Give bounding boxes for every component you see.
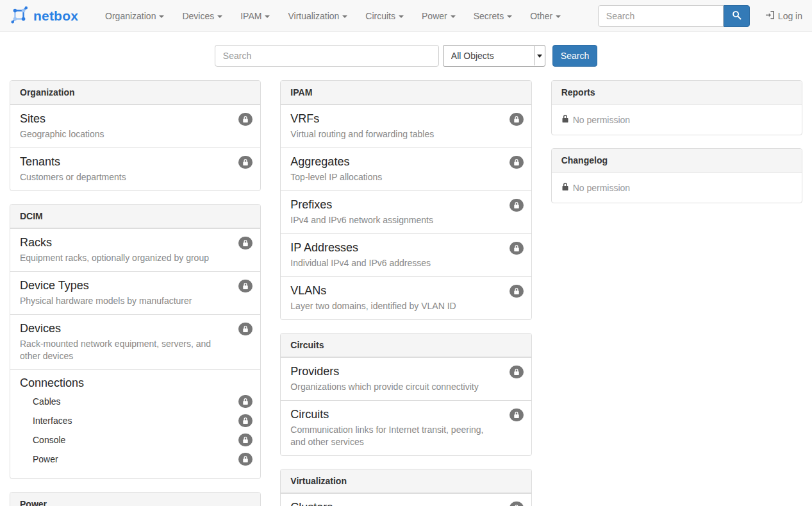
lock-icon (238, 414, 253, 427)
menu-devices[interactable]: Devices (173, 0, 231, 32)
list-item-vlans: VLANs Layer two domains, identified by V… (281, 276, 531, 319)
navbar-search-form (598, 5, 750, 27)
connection-row-interfaces: Interfaces (33, 411, 251, 430)
chevron-down-icon (556, 15, 561, 18)
menu-secrets[interactable]: Secrets (465, 0, 521, 32)
power-connections-link[interactable]: Power (33, 454, 58, 464)
navbar-search-input[interactable] (598, 5, 724, 27)
navbar-search-button[interactable] (724, 5, 750, 27)
item-description: Top-level IP allocations (290, 171, 521, 183)
console-link[interactable]: Console (33, 435, 65, 445)
search-button[interactable]: Search (552, 45, 597, 67)
chevron-down-icon (342, 15, 347, 18)
menu-other[interactable]: Other (521, 0, 570, 32)
lock-icon (238, 395, 253, 408)
tenants-link[interactable]: Tenants (20, 155, 60, 169)
list-item-prefixes: Prefixes IPv4 and IPv6 network assignmen… (281, 190, 531, 233)
connection-row-console: Console (33, 430, 251, 450)
device-types-link[interactable]: Device Types (20, 278, 89, 292)
panel-title: Changelog (552, 149, 802, 173)
item-description: Virtual routing and forwarding tables (290, 128, 521, 140)
panel-title: Virtualization (281, 469, 531, 493)
menu-power[interactable]: Power (413, 0, 465, 32)
providers-link[interactable]: Providers (290, 364, 339, 378)
no-permission-text: No permission (573, 115, 630, 125)
chevron-down-icon (159, 15, 164, 18)
lock-icon (561, 114, 569, 125)
devices-link[interactable]: Devices (20, 321, 61, 335)
main-menu: Organization Devices IPAM Virtualization… (96, 0, 570, 32)
sites-link[interactable]: Sites (20, 112, 46, 126)
search-input[interactable] (215, 45, 439, 67)
lock-icon (510, 113, 524, 126)
panel-title: Circuits (281, 333, 531, 357)
lock-icon (238, 156, 253, 169)
interfaces-link[interactable]: Interfaces (33, 416, 72, 426)
panel-changelog: Changelog No permission (551, 148, 802, 203)
item-description: IPv4 and IPv6 network assignments (290, 214, 521, 226)
lock-icon (238, 453, 253, 466)
menu-ipam[interactable]: IPAM (231, 0, 279, 32)
chevron-down-icon (217, 15, 222, 18)
no-permission-text: No permission (573, 183, 630, 193)
list-item-devices: Devices Rack-mounted network equipment, … (10, 314, 260, 369)
list-item-clusters: Clusters (281, 493, 531, 506)
prefixes-link[interactable]: Prefixes (290, 198, 332, 212)
list-item-aggregates: Aggregates Top-level IP allocations (281, 148, 531, 190)
lock-icon (238, 280, 253, 292)
cables-link[interactable]: Cables (33, 396, 61, 407)
panel-dcim: DCIM Racks Equipment racks, optionally o… (10, 204, 261, 479)
list-item-sites: Sites Geographic locations (10, 105, 260, 148)
chevron-down-icon (451, 15, 456, 18)
item-description: Individual IPv4 and IPv6 addresses (290, 257, 521, 269)
list-item-providers: Providers Organizations which provide ci… (281, 357, 531, 400)
netbox-brand[interactable]: netbox (10, 5, 85, 26)
list-item-connections: Connections Cables Interfaces Console (10, 369, 260, 478)
menu-organization[interactable]: Organization (96, 0, 173, 32)
racks-link[interactable]: Racks (20, 235, 52, 249)
list-item-circuits: Circuits Communication links for Interne… (281, 400, 531, 455)
connection-row-cables: Cables (33, 392, 251, 411)
lock-icon (510, 242, 524, 255)
chevron-down-icon (265, 15, 270, 18)
menu-virtualization[interactable]: Virtualization (279, 0, 356, 32)
clusters-link[interactable]: Clusters (290, 500, 333, 506)
panel-title: DCIM (10, 205, 260, 228)
panel-title: Power (10, 493, 260, 506)
panel-organization: Organization Sites Geographic locations … (10, 80, 261, 191)
object-type-select[interactable]: All Objects (443, 46, 545, 66)
lock-icon (510, 285, 524, 298)
list-item-device-types: Device Types Physical hardware models by… (10, 271, 260, 314)
global-search-bar: All Objects Search (0, 45, 812, 67)
login-link[interactable]: Log in (765, 1, 802, 31)
item-description: Physical hardware models by manufacturer (20, 295, 251, 307)
vlans-link[interactable]: VLANs (290, 283, 326, 298)
object-type-select-wrap: All Objects (443, 45, 545, 67)
vrfs-link[interactable]: VRFs (290, 112, 319, 126)
panel-title: IPAM (281, 81, 531, 105)
item-description: Organizations which provide circuit conn… (290, 381, 521, 393)
lock-icon (238, 434, 253, 446)
panel-reports: Reports No permission (551, 80, 802, 135)
list-item-tenants: Tenants Customers or departments (10, 148, 260, 190)
top-navbar: netbox Organization Devices IPAM Virtual… (0, 0, 812, 32)
panel-title: Organization (10, 81, 260, 105)
lock-icon (561, 182, 569, 193)
brand-title: netbox (33, 8, 78, 24)
panel-ipam: IPAM VRFs Virtual routing and forwarding… (280, 80, 531, 320)
lock-icon (510, 409, 524, 421)
item-description: Customers or departments (20, 171, 251, 183)
lock-icon (238, 237, 253, 249)
menu-circuits[interactable]: Circuits (356, 0, 413, 32)
panel-title: Reports (552, 81, 802, 105)
ip-addresses-link[interactable]: IP Addresses (290, 240, 358, 255)
aggregates-link[interactable]: Aggregates (290, 155, 349, 169)
circuits-link[interactable]: Circuits (290, 407, 329, 421)
list-item-racks: Racks Equipment racks, optionally organi… (10, 228, 260, 271)
item-description: Rack-mounted network equipment, servers,… (20, 338, 251, 362)
item-description: Geographic locations (20, 128, 251, 140)
netbox-logo-icon (10, 5, 29, 26)
lock-icon (238, 323, 253, 335)
lock-icon (510, 502, 524, 506)
column-right: Reports No permission Changelog No permi… (551, 80, 802, 506)
